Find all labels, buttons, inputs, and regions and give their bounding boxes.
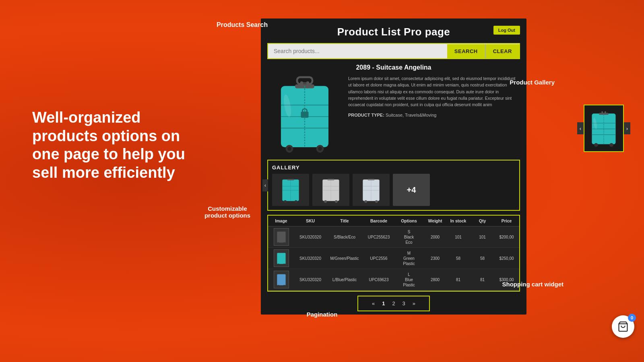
svg-rect-55 xyxy=(601,111,603,115)
svg-rect-44 xyxy=(277,274,285,285)
svg-rect-54 xyxy=(599,113,609,115)
search-button[interactable]: SEARCH xyxy=(447,44,485,58)
td-image-3 xyxy=(268,269,294,290)
hero-text: Well-organized products options on one p… xyxy=(32,109,201,182)
annotation-customizable: Customizable product options xyxy=(201,205,254,219)
main-panel: Product List Pro page Log Out SEARCH CLE… xyxy=(261,19,526,315)
product-type-row: PRODUCT TYPE: Suitcase, Travels&Moving xyxy=(348,112,520,119)
pagination-page-1[interactable]: 1 xyxy=(380,300,387,307)
svg-rect-23 xyxy=(287,179,294,180)
product-description-text: Lorem ipsum dolor sit amet, consectetur … xyxy=(348,75,520,108)
gallery-label: GALLERY xyxy=(272,165,515,171)
td-options-2: MGreenPlastic xyxy=(395,249,423,268)
qty-input-2[interactable] xyxy=(519,254,520,262)
svg-point-21 xyxy=(284,200,287,203)
th-qty: Qty xyxy=(518,216,520,226)
pagination-page-3[interactable]: 3 xyxy=(400,300,408,307)
th-price: Price xyxy=(495,216,518,226)
qty-input-1[interactable] xyxy=(519,233,520,241)
gallery-suitcase-1 xyxy=(277,176,305,204)
product-main-image xyxy=(267,75,342,156)
td-weight-3: 2800 xyxy=(423,276,447,284)
search-input[interactable] xyxy=(268,44,447,58)
th-image: Image xyxy=(268,216,294,226)
product-thumb-1 xyxy=(274,228,289,246)
th-options: Options xyxy=(395,216,423,226)
thumb-svg-3 xyxy=(275,272,287,287)
th-title: Title xyxy=(326,216,363,226)
annotation-product-gallery: Product Gallery xyxy=(510,79,555,86)
svg-point-22 xyxy=(295,200,297,203)
td-image-1 xyxy=(268,226,294,247)
gallery-suitcase-2 xyxy=(317,176,345,204)
search-section: SEARCH CLEAR xyxy=(267,43,520,59)
logout-button[interactable]: Log Out xyxy=(493,26,520,35)
product-name: 2089 - Suitcase Angelina xyxy=(261,64,526,71)
clear-button[interactable]: CLEAR xyxy=(485,44,519,58)
svg-point-42 xyxy=(278,263,279,265)
product-type-label: PRODUCT TYPE: xyxy=(348,113,384,117)
pagination-page-2[interactable]: 2 xyxy=(390,300,397,307)
pagination-box: « 1 2 3 » xyxy=(357,296,430,311)
gallery-panel-nav-left[interactable]: ‹ xyxy=(577,122,584,134)
svg-point-11 xyxy=(287,147,291,151)
gallery-item-3[interactable] xyxy=(353,174,390,206)
svg-point-52 xyxy=(594,143,598,147)
product-thumb-2 xyxy=(274,249,289,267)
td-price-2: $250,00 xyxy=(495,254,518,263)
svg-point-29 xyxy=(335,200,338,203)
page-title: Product List Pro page xyxy=(269,26,518,38)
svg-point-13 xyxy=(318,147,322,151)
td-title-2: M/Green/Plastic xyxy=(326,254,363,263)
product-type-value: Suitcase, Travels&Moving xyxy=(386,113,437,117)
cart-widget[interactable]: 0 xyxy=(612,315,634,338)
td-sku-2: SKU320320 xyxy=(294,254,326,263)
annotation-pagination: Pagination xyxy=(307,311,338,318)
th-weight: Weight xyxy=(423,216,447,226)
annotation-shopping-cart: Shopping cart widget xyxy=(502,281,564,288)
svg-point-53 xyxy=(609,143,613,147)
th-sku: SKU xyxy=(294,216,326,226)
td-sku-3: SKU320320 xyxy=(294,276,326,284)
td-qty-stock-3: 81 xyxy=(469,276,495,284)
cart-badge: 0 xyxy=(628,314,636,322)
td-image-2 xyxy=(268,248,294,269)
svg-rect-7 xyxy=(300,81,303,88)
td-barcode-1: UPC255623 xyxy=(363,233,395,241)
svg-rect-37 xyxy=(368,179,375,180)
pagination-next[interactable]: » xyxy=(410,300,418,307)
gallery-plus-label: +4 xyxy=(407,185,416,195)
td-weight-2: 2300 xyxy=(423,254,447,263)
pagination-prev[interactable]: « xyxy=(369,300,377,307)
table-row: SKU320320 L/Blue/Plastic UPC69623 LBlueP… xyxy=(268,269,519,290)
gallery-panel-nav-right[interactable]: › xyxy=(624,122,630,134)
gallery-item-2[interactable] xyxy=(312,174,349,206)
table-row: SKU320320 M/Green/Plastic UPC2556 MGreen… xyxy=(268,248,519,269)
gallery-nav-left[interactable]: ‹ xyxy=(262,179,268,191)
th-qty-stock: Qty xyxy=(469,216,495,226)
svg-rect-8 xyxy=(306,81,309,88)
table-row: SKU320320 S/Black/Eco UPC255623 SBlackEc… xyxy=(268,226,519,248)
gallery-item-more[interactable]: +4 xyxy=(393,174,430,206)
td-instock-2: 58 xyxy=(447,254,469,263)
td-options-3: LBluePlastic xyxy=(395,270,423,289)
gallery-item-1[interactable] xyxy=(272,174,309,206)
suitcase-svg xyxy=(272,75,337,156)
svg-point-43 xyxy=(283,263,285,265)
svg-rect-38 xyxy=(277,232,285,243)
thumb-svg-2 xyxy=(275,251,287,265)
panel-header: Product List Pro page Log Out xyxy=(261,19,526,43)
td-title-1: S/Black/Eco xyxy=(326,233,363,241)
product-detail: Lorem ipsum dolor sit amet, consectetur … xyxy=(267,75,520,156)
td-price-1: $200,00 xyxy=(495,233,518,241)
th-barcode: Barcode xyxy=(363,216,395,226)
td-qty-stock-2: 58 xyxy=(469,254,495,263)
svg-point-45 xyxy=(278,285,279,286)
svg-point-40 xyxy=(283,242,285,243)
product-description-area: Lorem ipsum dolor sit amet, consectetur … xyxy=(348,75,520,156)
annotation-products-search: Products Search xyxy=(217,21,268,29)
gallery-panel-right: ‹ › xyxy=(584,105,624,152)
table-header: Image SKU Title Barcode Options Weight I… xyxy=(268,216,519,226)
gallery-panel-suitcase xyxy=(588,108,620,148)
td-barcode-2: UPC2556 xyxy=(363,254,395,263)
